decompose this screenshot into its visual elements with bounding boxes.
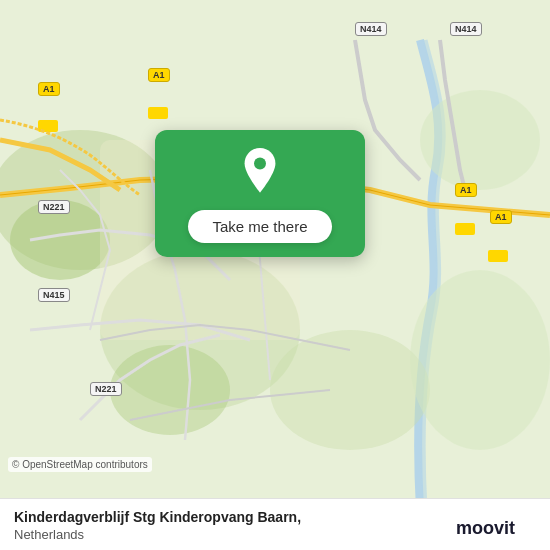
road-badge-n415-left: N415 — [38, 288, 70, 302]
location-card: Take me there — [155, 130, 365, 257]
svg-rect-11 — [455, 223, 475, 235]
road-badge-a1-bottom-right: A1 — [490, 210, 512, 224]
moovit-logo-svg: moovit — [456, 516, 536, 538]
road-badge-n414-top: N414 — [355, 22, 387, 36]
svg-rect-12 — [488, 250, 508, 262]
road-badge-n221-left: N221 — [38, 200, 70, 214]
road-badge-a1-top-left: A1 — [38, 82, 60, 96]
map-container: A1 A1 A1 A1 N414 N414 N221 N415 N221 Tak… — [0, 0, 550, 550]
svg-point-7 — [110, 345, 230, 435]
map-attribution: © OpenStreetMap contributors — [8, 457, 152, 472]
road-badge-n221-bottom: N221 — [90, 382, 122, 396]
svg-point-13 — [254, 157, 266, 169]
moovit-logo: moovit — [456, 516, 536, 542]
take-me-there-button[interactable]: Take me there — [188, 210, 331, 243]
map-pin-icon — [236, 148, 284, 196]
svg-point-5 — [410, 270, 550, 450]
road-badge-n414-right: N414 — [450, 22, 482, 36]
road-badge-a1-right: A1 — [455, 183, 477, 197]
svg-rect-10 — [148, 107, 168, 119]
svg-point-4 — [420, 90, 540, 190]
road-badge-a1-top-center: A1 — [148, 68, 170, 82]
svg-point-3 — [270, 330, 430, 450]
svg-text:moovit: moovit — [456, 518, 515, 538]
